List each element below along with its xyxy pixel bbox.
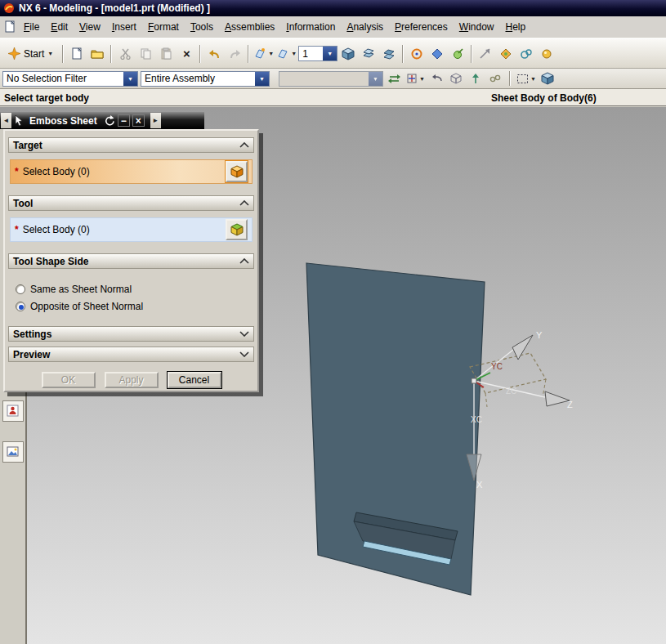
menu-view[interactable]: View [74,18,106,36]
separator [62,45,64,63]
snap-point-button[interactable] [407,44,427,64]
separator [402,45,404,63]
menu-analysis[interactable]: Analysis [341,18,389,36]
separator [248,45,249,63]
menu-file[interactable]: File [18,18,45,36]
radio-label: Same as Sheet Normal [30,284,132,295]
forward-arrow-icon: ► [152,117,159,124]
standard-toolbar: Start ▼ × ▼ ▼ 1 ▼ [0,38,666,69]
start-button[interactable]: Start ▼ [2,42,59,65]
snap-mid-button[interactable] [496,44,516,64]
raise-priority-button[interactable] [467,70,485,87]
document-icon [3,20,16,34]
menu-format[interactable]: Format [142,18,185,36]
selection-filter-combo[interactable]: No Selection Filter ▼ [2,71,138,87]
copy-button[interactable] [136,44,155,64]
new-file-button[interactable] [67,44,87,64]
datum-plane-button[interactable]: ▼ [275,44,297,64]
preview-group-header[interactable]: Preview [8,347,254,362]
chevron-up-icon[interactable] [239,200,249,206]
required-marker: * [15,224,19,235]
secondary-filter-combo[interactable]: ▼ [279,71,383,87]
ok-button[interactable]: OK [42,372,96,388]
dialog-minimize-button[interactable]: − [118,114,130,127]
combo-dropdown-icon[interactable]: ▼ [255,72,269,86]
menu-edit[interactable]: Edit [45,18,74,36]
snap-end-button[interactable] [476,44,495,64]
selection-scope-combo[interactable]: Entire Assembly ▼ [141,71,270,87]
back-selection-button[interactable] [428,70,445,87]
tool-shape-side-header[interactable]: Tool Shape Side [8,253,254,269]
dialog-close-button[interactable]: × [132,114,145,127]
radio-unselected-icon[interactable] [16,284,25,294]
chevron-down-icon: ▼ [419,76,425,82]
sketch-button[interactable]: ▼ [253,44,275,64]
delete-button[interactable]: × [177,44,196,64]
select-cursor-icon [14,115,24,127]
section-view-button[interactable] [379,44,399,64]
chevron-up-icon[interactable] [239,258,249,264]
snap-options-button[interactable]: ▼ [405,70,426,87]
redo-button[interactable] [225,44,244,64]
marquee-select-button[interactable]: ▼ [516,70,537,87]
visualization-button[interactable] [2,441,24,463]
paste-button[interactable] [156,44,176,64]
chevron-down-icon[interactable] [239,351,249,357]
dialog-back-button[interactable]: ◄ [1,113,11,128]
tool-select-body-button[interactable] [226,219,248,240]
selection-filter-value: No Selection Filter [3,73,123,84]
y-axis-label: Y [536,330,543,340]
roles-button[interactable] [2,400,24,422]
menu-bar: File Edit View Insert Format Tools Assem… [0,16,666,38]
combo-dropdown-icon[interactable]: ▼ [123,72,137,86]
combo-dropdown-icon[interactable]: ▼ [323,47,337,60]
menu-information[interactable]: Information [280,18,341,36]
tool-shape-side-options: Same as Sheet Normal Opposite of Sheet N… [8,269,254,324]
x-axis-label: X [476,480,483,490]
menu-preferences[interactable]: Preferences [389,18,454,36]
menu-help[interactable]: Help [499,18,531,36]
refresh-selection-button[interactable] [386,70,403,87]
hidden-edges-button[interactable] [448,70,465,87]
settings-group-header[interactable]: Settings [8,326,254,342]
snap-intersection-button[interactable] [537,44,556,64]
image-icon [7,445,20,458]
open-file-button[interactable] [87,44,107,64]
view-scale-combo[interactable]: 1 ▼ [298,46,337,61]
orange-cube-icon [230,165,244,178]
target-group-header[interactable]: Target [8,137,254,153]
origin-handle[interactable] [472,378,476,383]
solid-select-button[interactable] [539,70,556,87]
combo-dropdown-icon[interactable]: ▼ [369,72,382,86]
menu-assemblies[interactable]: Assemblies [219,18,280,36]
shaded-view-button[interactable] [338,44,358,64]
target-select-body-button[interactable] [226,161,248,182]
menu-window[interactable]: Window [454,18,500,36]
radio-opposite-of-sheet-normal[interactable]: Opposite of Sheet Normal [16,297,247,315]
snap-center-button[interactable] [516,44,536,64]
apply-button[interactable]: Apply [105,372,159,388]
cancel-button[interactable]: Cancel [168,372,221,388]
dialog-reset-button[interactable] [103,114,115,127]
radio-selected-icon[interactable] [16,302,25,311]
tool-group-header[interactable]: Tool [8,195,254,211]
prompt-bar: Select target body Sheet Body of Body(6) [0,89,666,107]
menu-insert[interactable]: Insert [106,18,142,36]
interpart-link-button[interactable] [487,70,504,87]
chevron-down-icon[interactable] [239,331,249,337]
undo-button[interactable] [204,44,224,64]
target-select-label: Select Body (0) [23,166,90,177]
chevron-up-icon[interactable] [239,142,249,148]
tool-select-row[interactable]: * Select Body (0) [10,217,253,242]
vector-dialog-button[interactable] [448,44,467,64]
radio-same-as-sheet-normal[interactable]: Same as Sheet Normal [16,280,247,297]
dialog-forward-button[interactable]: ► [150,113,161,128]
target-select-row[interactable]: * Select Body (0) [10,159,253,184]
start-label: Start [24,48,44,60]
tool-group-label: Tool [13,198,33,209]
cut-button[interactable] [115,44,135,64]
zc-label: ZC [506,387,516,396]
menu-tools[interactable]: Tools [185,18,219,36]
point-dialog-button[interactable] [427,44,447,64]
layer-view-button[interactable] [359,44,378,64]
